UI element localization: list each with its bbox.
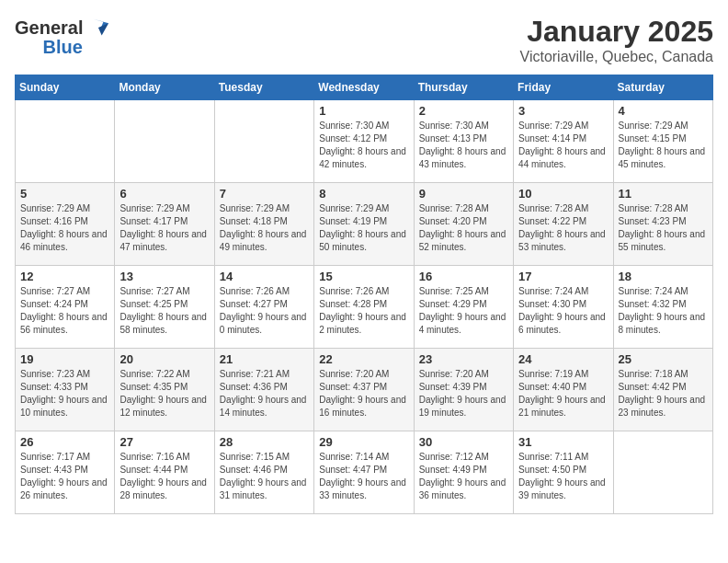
weekday-header-saturday: Saturday [613,75,712,100]
day-info: Sunrise: 7:24 AM Sunset: 4:32 PM Dayligh… [619,285,708,337]
calendar-cell: 10Sunrise: 7:28 AM Sunset: 4:22 PM Dayli… [514,183,613,266]
day-number: 4 [619,104,708,118]
day-number: 27 [119,435,209,449]
day-info: Sunrise: 7:29 AM Sunset: 4:16 PM Dayligh… [20,202,109,254]
day-info: Sunrise: 7:12 AM Sunset: 4:49 PM Dayligh… [419,451,508,502]
day-info: Sunrise: 7:27 AM Sunset: 4:24 PM Dayligh… [20,285,109,337]
calendar-cell [613,431,712,514]
calendar-cell: 21Sunrise: 7:21 AM Sunset: 4:36 PM Dayli… [214,349,313,431]
calendar-cell: 28Sunrise: 7:15 AM Sunset: 4:46 PM Dayli… [214,431,313,514]
day-number: 6 [119,187,209,201]
calendar-cell: 18Sunrise: 7:24 AM Sunset: 4:32 PM Dayli… [613,266,712,349]
weekday-header-tuesday: Tuesday [214,75,313,100]
calendar-cell: 6Sunrise: 7:29 AM Sunset: 4:17 PM Daylig… [115,183,214,266]
logo-blue: Blue [43,37,83,58]
month-title: January 2025 [520,15,714,49]
day-number: 28 [220,435,309,449]
day-number: 24 [518,352,608,366]
day-number: 8 [319,187,408,201]
day-number: 29 [319,435,408,449]
calendar-cell: 8Sunrise: 7:29 AM Sunset: 4:19 PM Daylig… [314,183,414,266]
calendar-cell: 4Sunrise: 7:29 AM Sunset: 4:15 PM Daylig… [613,100,712,183]
day-info: Sunrise: 7:16 AM Sunset: 4:44 PM Dayligh… [119,451,209,502]
day-number: 25 [619,352,708,366]
calendar-cell: 14Sunrise: 7:26 AM Sunset: 4:27 PM Dayli… [214,266,313,349]
day-info: Sunrise: 7:15 AM Sunset: 4:46 PM Dayligh… [220,451,309,502]
day-number: 20 [119,352,209,366]
calendar-cell: 20Sunrise: 7:22 AM Sunset: 4:35 PM Dayli… [115,349,214,431]
weekday-header-wednesday: Wednesday [314,75,414,100]
calendar-cell: 24Sunrise: 7:19 AM Sunset: 4:40 PM Dayli… [514,349,613,431]
day-info: Sunrise: 7:25 AM Sunset: 4:29 PM Dayligh… [419,285,508,337]
day-info: Sunrise: 7:26 AM Sunset: 4:27 PM Dayligh… [220,285,309,337]
day-number: 2 [419,104,508,118]
day-number: 26 [20,435,109,449]
calendar-cell [16,100,115,183]
day-info: Sunrise: 7:30 AM Sunset: 4:12 PM Dayligh… [319,120,408,171]
page-header: General Blue January 2025 Victoriaville,… [15,15,713,65]
day-info: Sunrise: 7:29 AM Sunset: 4:17 PM Dayligh… [119,202,209,254]
calendar-cell: 9Sunrise: 7:28 AM Sunset: 4:20 PM Daylig… [414,183,513,266]
day-number: 11 [619,187,708,201]
day-info: Sunrise: 7:20 AM Sunset: 4:37 PM Dayligh… [319,368,408,419]
day-number: 30 [419,435,508,449]
calendar-cell: 19Sunrise: 7:23 AM Sunset: 4:33 PM Dayli… [16,349,115,431]
day-number: 22 [319,352,408,366]
weekday-header-sunday: Sunday [16,75,115,100]
calendar-week-3: 12Sunrise: 7:27 AM Sunset: 4:24 PM Dayli… [16,266,713,349]
day-info: Sunrise: 7:11 AM Sunset: 4:50 PM Dayligh… [518,451,608,502]
day-info: Sunrise: 7:27 AM Sunset: 4:25 PM Dayligh… [119,285,209,337]
day-info: Sunrise: 7:24 AM Sunset: 4:30 PM Dayligh… [518,285,608,337]
day-number: 15 [319,270,408,283]
calendar-cell: 13Sunrise: 7:27 AM Sunset: 4:25 PM Dayli… [115,266,214,349]
calendar-cell: 11Sunrise: 7:28 AM Sunset: 4:23 PM Dayli… [613,183,712,266]
title-block: January 2025 Victoriaville, Quebec, Cana… [520,15,714,65]
calendar-cell [214,100,313,183]
calendar-cell: 26Sunrise: 7:17 AM Sunset: 4:43 PM Dayli… [16,431,115,514]
day-number: 1 [319,104,408,118]
day-number: 21 [220,352,309,366]
calendar-cell: 16Sunrise: 7:25 AM Sunset: 4:29 PM Dayli… [414,266,513,349]
calendar-week-2: 5Sunrise: 7:29 AM Sunset: 4:16 PM Daylig… [16,183,713,266]
logo-bird-icon [85,15,110,40]
day-info: Sunrise: 7:17 AM Sunset: 4:43 PM Dayligh… [20,451,109,502]
day-info: Sunrise: 7:22 AM Sunset: 4:35 PM Dayligh… [119,368,209,419]
calendar-week-1: 1Sunrise: 7:30 AM Sunset: 4:12 PM Daylig… [16,100,713,183]
day-info: Sunrise: 7:23 AM Sunset: 4:33 PM Dayligh… [20,368,109,419]
location-title: Victoriaville, Quebec, Canada [520,49,714,65]
day-info: Sunrise: 7:20 AM Sunset: 4:39 PM Dayligh… [419,368,508,419]
calendar-cell: 3Sunrise: 7:29 AM Sunset: 4:14 PM Daylig… [514,100,613,183]
day-number: 17 [518,270,608,283]
day-info: Sunrise: 7:28 AM Sunset: 4:23 PM Dayligh… [619,202,708,254]
day-number: 3 [518,104,608,118]
day-number: 10 [518,187,608,201]
day-number: 19 [20,352,109,366]
day-info: Sunrise: 7:21 AM Sunset: 4:36 PM Dayligh… [220,368,309,419]
logo-general: General [15,17,83,39]
day-number: 9 [419,187,508,201]
day-number: 16 [419,270,508,283]
calendar-cell: 12Sunrise: 7:27 AM Sunset: 4:24 PM Dayli… [16,266,115,349]
calendar-cell: 22Sunrise: 7:20 AM Sunset: 4:37 PM Dayli… [314,349,414,431]
day-info: Sunrise: 7:30 AM Sunset: 4:13 PM Dayligh… [419,120,508,171]
day-info: Sunrise: 7:29 AM Sunset: 4:15 PM Dayligh… [619,120,708,171]
day-number: 13 [119,270,209,283]
logo: General Blue [15,15,110,58]
day-info: Sunrise: 7:14 AM Sunset: 4:47 PM Dayligh… [319,451,408,502]
day-info: Sunrise: 7:26 AM Sunset: 4:28 PM Dayligh… [319,285,408,337]
day-number: 12 [20,270,109,283]
calendar-cell: 2Sunrise: 7:30 AM Sunset: 4:13 PM Daylig… [414,100,513,183]
weekday-header-thursday: Thursday [414,75,513,100]
calendar-cell: 17Sunrise: 7:24 AM Sunset: 4:30 PM Dayli… [514,266,613,349]
weekday-header-friday: Friday [514,75,613,100]
calendar-table: SundayMondayTuesdayWednesdayThursdayFrid… [15,75,713,514]
day-number: 31 [518,435,608,449]
day-number: 18 [619,270,708,283]
calendar-cell: 5Sunrise: 7:29 AM Sunset: 4:16 PM Daylig… [16,183,115,266]
day-number: 7 [220,187,309,201]
calendar-cell: 29Sunrise: 7:14 AM Sunset: 4:47 PM Dayli… [314,431,414,514]
calendar-cell: 23Sunrise: 7:20 AM Sunset: 4:39 PM Dayli… [414,349,513,431]
day-number: 23 [419,352,508,366]
calendar-cell: 27Sunrise: 7:16 AM Sunset: 4:44 PM Dayli… [115,431,214,514]
calendar-week-4: 19Sunrise: 7:23 AM Sunset: 4:33 PM Dayli… [16,349,713,431]
